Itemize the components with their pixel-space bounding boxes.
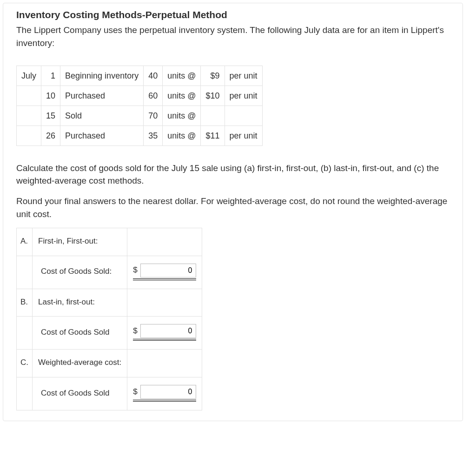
answer-input-cell: $ — [127, 256, 202, 289]
cell-units: 35 — [144, 126, 163, 145]
instruction-2: Round your final answers to the nearest … — [16, 195, 449, 220]
cell-units: 60 — [144, 86, 163, 106]
fifo-cogs-input[interactable] — [140, 264, 196, 278]
answer-letter: A. — [17, 228, 33, 256]
input-underline: $ — [133, 324, 196, 341]
inventory-data-table: July 1 Beginning inventory 40 units @ $9… — [16, 66, 263, 146]
answer-input-cell — [127, 350, 202, 377]
cell-at: units @ — [163, 66, 201, 86]
cell-per: per unit — [225, 86, 262, 106]
cell-month — [17, 86, 41, 106]
answer-input-cell — [127, 289, 202, 317]
input-underline: $ — [133, 385, 196, 402]
cell-at: units @ — [163, 86, 201, 106]
answer-sublabel: Cost of Goods Sold: — [33, 256, 127, 289]
cell-desc: Purchased — [60, 126, 144, 145]
cell-per: per unit — [225, 66, 262, 86]
cell-price: $10 — [201, 86, 225, 106]
cell-month — [17, 106, 41, 126]
answer-letter: B. — [17, 289, 33, 317]
cell-month: July — [17, 66, 41, 86]
table-row: 15 Sold 70 units @ — [17, 106, 263, 126]
answer-row-b-title: B. Last-in, first-out: — [17, 289, 202, 317]
cell-units: 70 — [144, 106, 163, 126]
answer-row-c-title: C. Weighted-average cost: — [17, 350, 202, 377]
cell-units: 40 — [144, 66, 163, 86]
table-row: 26 Purchased 35 units @ $11 per unit — [17, 126, 263, 145]
cell-month — [17, 126, 41, 145]
answer-input-cell — [127, 228, 202, 256]
currency-symbol: $ — [133, 325, 137, 337]
currency-symbol: $ — [133, 264, 137, 276]
cell-per: per unit — [225, 126, 262, 145]
page-title: Inventory Costing Methods-Perpetual Meth… — [16, 8, 449, 22]
cell-day: 1 — [41, 66, 60, 86]
input-underline: $ — [133, 264, 196, 280]
instruction-1: Calculate the cost of goods sold for the… — [16, 162, 449, 187]
cell-price: $9 — [201, 66, 225, 86]
cell-at: units @ — [163, 126, 201, 145]
answer-input-cell: $ — [127, 377, 202, 410]
answer-method-label: First-in, First-out: — [33, 228, 127, 256]
lifo-cogs-input[interactable] — [140, 324, 196, 338]
wavg-cogs-input[interactable] — [140, 385, 196, 399]
answer-sublabel: Cost of Goods Sold — [33, 317, 127, 350]
answer-input-cell: $ — [127, 317, 202, 350]
answer-row-a-title: A. First-in, First-out: — [17, 228, 202, 256]
cell-at: units @ — [163, 106, 201, 126]
answer-letter: C. — [17, 350, 33, 377]
cell-desc: Beginning inventory — [60, 66, 144, 86]
answer-row-b-input: Cost of Goods Sold $ — [17, 317, 202, 350]
cell-day: 10 — [41, 86, 60, 106]
table-row: July 1 Beginning inventory 40 units @ $9… — [17, 66, 263, 86]
question-card: Inventory Costing Methods-Perpetual Meth… — [3, 3, 463, 421]
cell-day: 26 — [41, 126, 60, 145]
cell-per — [225, 106, 262, 126]
currency-symbol: $ — [133, 386, 137, 398]
answer-method-label: Last-in, first-out: — [33, 289, 127, 317]
answer-method-label: Weighted-average cost: — [33, 350, 127, 377]
intro-text: The Lippert Company uses the perpetual i… — [16, 24, 449, 49]
cell-desc: Sold — [60, 106, 144, 126]
answer-row-c-input: Cost of Goods Sold $ — [17, 377, 202, 410]
cell-price — [201, 106, 225, 126]
answer-sublabel: Cost of Goods Sold — [33, 377, 127, 410]
answer-table: A. First-in, First-out: Cost of Goods So… — [16, 228, 202, 410]
cell-day: 15 — [41, 106, 60, 126]
cell-price: $11 — [201, 126, 225, 145]
table-row: 10 Purchased 60 units @ $10 per unit — [17, 86, 263, 106]
answer-row-a-input: Cost of Goods Sold: $ — [17, 256, 202, 289]
cell-desc: Purchased — [60, 86, 144, 106]
